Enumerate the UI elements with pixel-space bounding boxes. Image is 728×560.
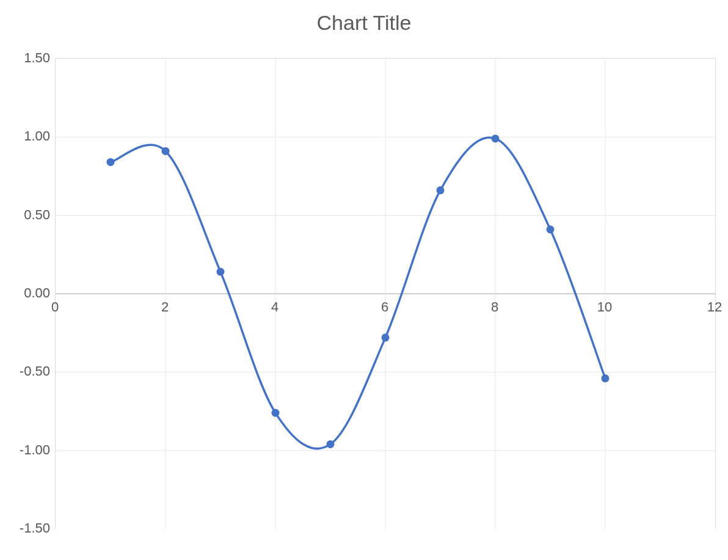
data-point [217,268,225,276]
x-tick-label: 8 [491,299,498,315]
data-point [107,158,115,166]
data-point [162,147,170,155]
data-point [602,374,610,382]
chart-title: Chart Title [0,11,728,35]
x-tick-label: 10 [597,299,612,315]
data-point [437,186,445,194]
data-point [382,333,390,341]
chart-container: Chart Title -1.50-1.00-0.500.000.501.001… [0,0,728,560]
x-tick-label: 2 [161,299,169,315]
y-tick-label: -1.00 [0,442,50,458]
chart-svg [56,59,715,529]
x-tick-label: 4 [271,299,278,315]
series-line [111,137,605,448]
y-tick-label: 1.50 [0,50,50,66]
plot-area [55,58,716,529]
x-tick-label: 12 [707,299,722,315]
data-point [492,134,500,142]
y-tick-label: 0.50 [0,207,50,223]
x-tick-label: 0 [51,299,59,315]
data-point [547,225,555,233]
data-point [272,409,280,417]
data-point [327,440,335,448]
x-tick-label: 6 [381,299,388,315]
y-tick-label: 0.00 [0,285,50,301]
y-tick-label: -1.50 [0,520,50,536]
y-tick-label: 1.00 [0,128,50,144]
y-tick-label: -0.50 [0,363,50,379]
